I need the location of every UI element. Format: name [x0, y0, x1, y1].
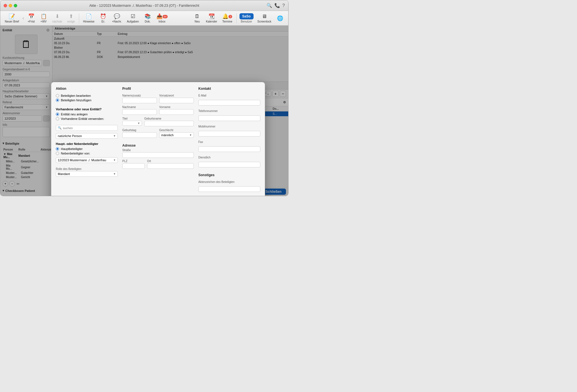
- help-icon[interactable]: ?: [282, 3, 285, 8]
- nebenbeteiligter-select[interactable]: 12/2023 Mustermann ./. Musterfrau ▼: [56, 157, 118, 163]
- wv-icon: 📋: [41, 13, 47, 19]
- world-button[interactable]: 🌐: [274, 14, 286, 23]
- nachname-input[interactable]: [122, 109, 157, 115]
- hinweise-button[interactable]: 📄 Hinweise: [81, 12, 97, 24]
- geburtstag-label: Geburtstag: [122, 129, 157, 132]
- close-button[interactable]: [4, 4, 7, 7]
- nachr-button[interactable]: 💬 +Nachr.: [110, 12, 124, 24]
- entitaet-radio-group: Entität neu anlegen Vorhandene Entität v…: [56, 113, 118, 120]
- search-icon: 🔍: [58, 126, 62, 130]
- modal-overlay: Aktion Beteiligten bearbeiten Beteiligte…: [0, 26, 288, 196]
- vorname-input[interactable]: [159, 109, 194, 115]
- ort-input[interactable]: [147, 163, 194, 169]
- email-label: E-Mail: [198, 94, 260, 97]
- namenszusatz-input[interactable]: [122, 98, 157, 103]
- search-wrap: 🔍: [56, 125, 118, 131]
- phone-icon[interactable]: 📞: [274, 3, 280, 8]
- termine-badge: 3: [228, 15, 232, 18]
- haupt-neben-title: Haupt- oder Nebenbeteiligter: [56, 142, 118, 145]
- vorsatzwort-label: Vorsatzwort: [159, 94, 194, 97]
- mobil-input[interactable]: [198, 131, 260, 136]
- namenszusatz-label: Namenszusatz: [122, 94, 157, 97]
- entitaet-neu-label: Entität neu anlegen: [61, 113, 88, 116]
- world-icon: 🌐: [277, 15, 283, 21]
- search-input[interactable]: [63, 126, 116, 130]
- aktion-hinzufuegen-label: Beteiligten hinzufügen: [61, 98, 91, 102]
- entitaet-radio-vorhandene[interactable]: Vorhandene Entität verwenden:: [56, 117, 118, 120]
- aktenzeichen-input[interactable]: [198, 186, 260, 192]
- neu-button[interactable]: 🗓 Neu: [191, 12, 203, 24]
- minimize-button[interactable]: [9, 4, 12, 7]
- aktion-radio-hinzufuegen[interactable]: Beteiligten hinzufügen: [56, 98, 118, 102]
- screenlock-icon: 🖥: [262, 14, 267, 19]
- entitaet-radio-neu[interactable]: Entität neu anlegen: [56, 113, 118, 116]
- neu-icon: 🗓: [195, 14, 200, 19]
- dok-button[interactable]: 📚 Dok.: [142, 12, 154, 24]
- benutzer-label: Benutzer: [241, 20, 252, 23]
- geschlecht-select[interactable]: männlich ▼: [159, 132, 194, 138]
- wv-button[interactable]: 📋 +WV: [38, 12, 50, 24]
- nachr-icon: 💬: [114, 13, 120, 19]
- modal-right-col: Kontakt E-Mail Telefonnummer Mobilnummer…: [198, 87, 260, 196]
- strasse-input[interactable]: [122, 152, 194, 158]
- aufgaben-button[interactable]: ☑ Aufgaben: [125, 12, 141, 24]
- new-brief-button[interactable]: 📝 Neuer Brief: [3, 12, 21, 24]
- screenlock-button[interactable]: 🖥 Screenlock: [255, 12, 274, 24]
- chevron-down-icon: ▼: [113, 159, 116, 162]
- er-icon: ⏰: [100, 13, 106, 19]
- chevron-down-icon: ▼: [113, 173, 116, 175]
- geburtsname-input[interactable]: [144, 121, 194, 126]
- plz-input[interactable]: [122, 163, 145, 169]
- entitaet-vorhandene-label: Vorhandene Entität verwenden:: [61, 117, 104, 120]
- window-title: Akte - 12/2023 Mustermann ./. Musterfrau…: [89, 4, 199, 8]
- haupt-radio[interactable]: Hauptbeteiligter: [56, 147, 118, 151]
- entitaet-section: Vorhandene oder neue Entität? Entität ne…: [56, 107, 118, 123]
- mobil-label: Mobilnummer: [198, 125, 260, 128]
- search-icon[interactable]: 🔍: [267, 3, 272, 8]
- modal-left-col: Aktion Beteiligten bearbeiten Beteiligte…: [56, 87, 118, 196]
- termine-button[interactable]: 🔔3 Termine: [220, 12, 235, 24]
- geburtstag-input[interactable]: [122, 132, 157, 138]
- saso-button[interactable]: SaSo: [239, 13, 254, 19]
- plz-label: PLZ: [122, 160, 145, 163]
- er-button[interactable]: ⏰ Er.: [97, 12, 109, 24]
- adresse-title: Adresse: [122, 144, 194, 147]
- frist-button[interactable]: 📅 +Frist: [25, 12, 37, 24]
- rolle-label: Rolle des Beteiligten: [56, 167, 118, 171]
- email-input[interactable]: [198, 100, 260, 106]
- titel-select[interactable]: ▼: [122, 121, 142, 126]
- telefon-input[interactable]: [198, 115, 260, 121]
- inbox-icon: 📥64: [156, 13, 168, 19]
- adresse-section: Adresse Straße PLZ Ort: [122, 144, 194, 169]
- chevron-down-icon: ▼: [137, 122, 140, 125]
- vorsatzwort-input[interactable]: [159, 98, 194, 103]
- aktion-title: Aktion: [56, 87, 118, 91]
- aufgaben-icon: ☑: [131, 13, 135, 19]
- maximize-button[interactable]: [14, 4, 17, 7]
- person-type-select[interactable]: natürliche Person ▼: [56, 133, 118, 139]
- vorige-button[interactable]: ⬆ vorige: [65, 12, 77, 24]
- kontakt-title: Kontakt: [198, 87, 260, 91]
- divider-arrow: ‹: [23, 15, 24, 21]
- neben-radio[interactable]: Nebenbeteiligter von:: [56, 152, 118, 155]
- modal-middle-col: Profil Namenszusatz Vorsatzwort: [122, 87, 194, 196]
- hinweise-icon: 📄: [86, 13, 92, 19]
- kalender-button[interactable]: 📆 Kalender: [204, 12, 219, 24]
- aktion-radio-group: Beteiligten bearbeiten Beteiligten hinzu…: [56, 94, 118, 102]
- naechste-icon: ⬇: [55, 13, 59, 19]
- aktion-radio-bearbeiten[interactable]: Beteiligten bearbeiten: [56, 94, 118, 97]
- inbox-button[interactable]: 📥64 Inbox: [154, 12, 170, 24]
- fax-input[interactable]: [198, 146, 260, 152]
- radio-neu-dot: [56, 113, 59, 116]
- rolle-section: Rolle des Beteiligten Mandant ▼: [56, 167, 118, 177]
- rolle-select[interactable]: Mandant ▼: [56, 171, 118, 177]
- haupt-radio-group: Hauptbeteiligter Nebenbeteiligter von:: [56, 147, 118, 155]
- vorname-label: Vorname: [159, 106, 194, 109]
- dienstlich-input[interactable]: [198, 162, 260, 167]
- naechste-button[interactable]: ⬇ nächste: [50, 12, 65, 24]
- entitaet-question: Vorhandene oder neue Entität?: [56, 107, 118, 111]
- aktion-bearbeiten-label: Beteiligten bearbeiten: [61, 94, 91, 97]
- traffic-lights: [4, 4, 17, 7]
- telefon-label: Telefonnummer: [198, 109, 260, 113]
- new-brief-icon: 📝: [9, 13, 15, 19]
